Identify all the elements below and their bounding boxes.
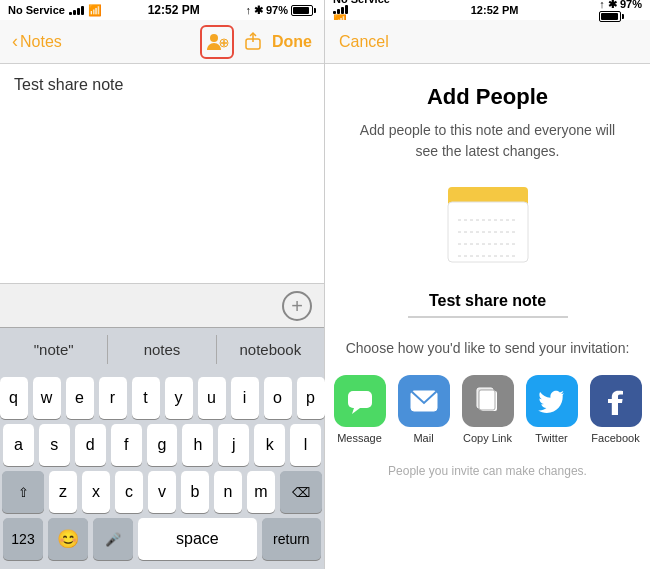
right-direction-icon: ↑ xyxy=(599,0,605,10)
key-x[interactable]: x xyxy=(82,471,110,513)
share-options: Message Mail xyxy=(334,375,642,444)
left-battery-label: 97% xyxy=(266,4,288,16)
key-r[interactable]: r xyxy=(99,377,127,419)
add-formatting-button[interactable]: + xyxy=(282,291,312,321)
note-content-area[interactable]: Test share note xyxy=(0,64,324,283)
key-t[interactable]: t xyxy=(132,377,160,419)
key-j[interactable]: j xyxy=(218,424,249,466)
add-person-icon xyxy=(205,30,229,54)
left-network-label: No Service xyxy=(8,4,65,16)
note-title-underline xyxy=(408,316,568,318)
key-y[interactable]: y xyxy=(165,377,193,419)
share-message-option[interactable]: Message xyxy=(334,375,386,444)
key-z[interactable]: z xyxy=(49,471,77,513)
svg-point-0 xyxy=(210,34,218,42)
mail-svg xyxy=(410,390,438,412)
keyboard-row-4: 123 😊 🎤 space return xyxy=(3,518,321,560)
mail-icon xyxy=(398,375,450,427)
twitter-svg xyxy=(538,387,566,415)
keyboard-row-1: q w e r t y u i o p xyxy=(3,377,321,419)
back-button[interactable]: ‹ Notes xyxy=(12,31,62,52)
key-s[interactable]: s xyxy=(39,424,70,466)
svg-rect-12 xyxy=(348,391,372,408)
key-h[interactable]: h xyxy=(182,424,213,466)
invite-note: People you invite can make changes. xyxy=(388,464,587,478)
numbers-key[interactable]: 123 xyxy=(3,518,43,560)
left-panel: No Service 📶 12:52 PM ↑ ✱ 97% ‹ xyxy=(0,0,325,569)
key-u[interactable]: u xyxy=(198,377,226,419)
key-n[interactable]: n xyxy=(214,471,242,513)
share-twitter-option[interactable]: Twitter xyxy=(526,375,578,444)
left-wifi-icon: 📶 xyxy=(88,4,102,17)
left-nav-bar: ‹ Notes Done xyxy=(0,20,324,64)
facebook-svg xyxy=(602,387,630,415)
note-text: Test share note xyxy=(14,76,123,93)
key-i[interactable]: i xyxy=(231,377,259,419)
copy-icon xyxy=(462,375,514,427)
signal-bar-2 xyxy=(73,10,76,15)
left-battery-icon xyxy=(291,5,316,16)
signal-bar-r4 xyxy=(345,5,348,14)
add-people-description: Add people to this note and everyone wil… xyxy=(358,120,618,162)
right-status-bar: No Service 📶 12:52 PM ↑ ✱ 97% xyxy=(325,0,650,20)
svg-marker-13 xyxy=(352,408,360,414)
share-button[interactable] xyxy=(242,29,264,55)
signal-bar-1 xyxy=(69,12,72,15)
emoji-key[interactable]: 😊 xyxy=(48,518,88,560)
left-time: 12:52 PM xyxy=(148,3,200,17)
key-e[interactable]: e xyxy=(66,377,94,419)
autocomplete-notes[interactable]: notes xyxy=(108,335,216,364)
key-k[interactable]: k xyxy=(254,424,285,466)
right-battery-label: 97% xyxy=(620,0,642,10)
key-l[interactable]: l xyxy=(290,424,321,466)
key-v[interactable]: v xyxy=(148,471,176,513)
left-signal-bars xyxy=(69,6,84,15)
key-o[interactable]: o xyxy=(264,377,292,419)
key-g[interactable]: g xyxy=(147,424,178,466)
key-b[interactable]: b xyxy=(181,471,209,513)
key-a[interactable]: a xyxy=(3,424,34,466)
nav-icons: Done xyxy=(200,25,312,59)
left-direction-icon: ↑ xyxy=(245,4,251,16)
key-w[interactable]: w xyxy=(33,377,61,419)
shift-key[interactable]: ⇧ xyxy=(2,471,44,513)
right-time: 12:52 PM xyxy=(471,4,519,16)
right-signal-bars xyxy=(333,5,390,14)
notes-icon-wrapper xyxy=(443,182,533,276)
autocomplete-notebook[interactable]: notebook xyxy=(217,335,324,364)
cancel-button[interactable]: Cancel xyxy=(339,33,389,51)
right-right-status: ↑ ✱ 97% xyxy=(599,0,642,22)
key-f[interactable]: f xyxy=(111,424,142,466)
autocomplete-note[interactable]: "note" xyxy=(0,335,108,364)
left-bt-icon: ✱ xyxy=(254,4,263,17)
share-mail-option[interactable]: Mail xyxy=(398,375,450,444)
return-key[interactable]: return xyxy=(262,518,321,560)
facebook-icon xyxy=(590,375,642,427)
key-p[interactable]: p xyxy=(297,377,325,419)
delete-key[interactable]: ⌫ xyxy=(280,471,322,513)
key-q[interactable]: q xyxy=(0,377,28,419)
keyboard-row-2: a s d f g h j k l xyxy=(3,424,321,466)
twitter-icon xyxy=(526,375,578,427)
done-button[interactable]: Done xyxy=(272,33,312,51)
add-person-button[interactable] xyxy=(200,25,234,59)
note-title-display: Test share note xyxy=(429,292,546,310)
share-copy-option[interactable]: Copy Link xyxy=(462,375,514,444)
key-d[interactable]: d xyxy=(75,424,106,466)
right-panel: No Service 📶 12:52 PM ↑ ✱ 97% Cancel xyxy=(325,0,650,569)
keyboard: q w e r t y u i o p a s d f g h j k l ⇧ … xyxy=(0,371,324,569)
message-icon xyxy=(334,375,386,427)
mic-key[interactable]: 🎤 xyxy=(93,518,133,560)
key-m[interactable]: m xyxy=(247,471,275,513)
add-people-content: Add People Add people to this note and e… xyxy=(325,64,650,569)
key-c[interactable]: c xyxy=(115,471,143,513)
left-status-bar: No Service 📶 12:52 PM ↑ ✱ 97% xyxy=(0,0,324,20)
choose-how-text: Choose how you'd like to send your invit… xyxy=(346,338,630,359)
signal-bar-r3 xyxy=(341,7,344,14)
copy-svg xyxy=(475,387,501,415)
copy-label: Copy Link xyxy=(463,432,512,444)
share-facebook-option[interactable]: Facebook xyxy=(590,375,642,444)
signal-bar-3 xyxy=(77,8,80,15)
space-key[interactable]: space xyxy=(138,518,257,560)
left-network-status: No Service 📶 xyxy=(8,4,102,17)
